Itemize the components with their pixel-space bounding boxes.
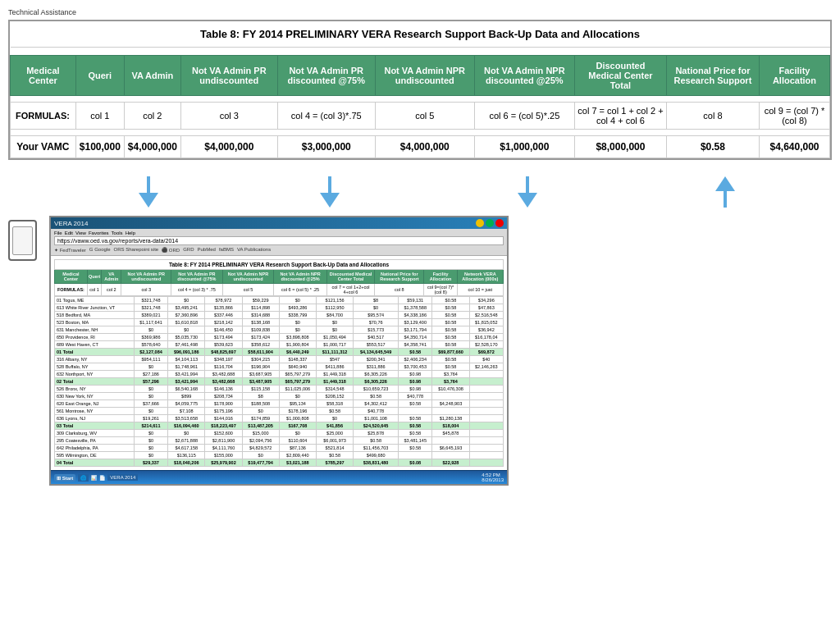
- mini-data-row: 561 Montrose, NY$0$7,108$175,196$0$178,1…: [55, 408, 504, 415]
- formula-row: FORMULAS: col 1 col 2 col 3 col 4 = (col…: [11, 103, 830, 130]
- mini-cell: $144,016: [205, 415, 242, 422]
- mini-cell: $138,168: [242, 319, 279, 326]
- header-discounted-medical-total: Discounted Medical Center Total: [574, 56, 666, 96]
- mini-cell: $25,979,902: [205, 459, 242, 467]
- mini-formula-7: col 8: [375, 284, 424, 296]
- mini-cell: $2,094,756: [242, 437, 279, 445]
- mini-cell: $785,297: [316, 459, 353, 467]
- mini-header-5: Not VA Admin NPR undiscounted: [222, 270, 274, 284]
- mini-cell-empty: [469, 422, 503, 430]
- menu-help[interactable]: Help: [126, 231, 135, 235]
- minimize-btn[interactable]: [476, 219, 484, 227]
- mini-cell: $3,487,905: [242, 378, 279, 386]
- mini-cell: $6,540,168: [168, 386, 205, 393]
- arrow-col4: [320, 176, 340, 208]
- menu-file[interactable]: File: [54, 231, 62, 235]
- mini-cell-empty: [469, 415, 503, 422]
- mini-cell: 528 Buffalo, NY: [55, 363, 135, 371]
- mini-cell: $1,449,318: [316, 378, 353, 386]
- mini-cell: $110,604: [279, 437, 316, 445]
- menu-favorites[interactable]: Favorites: [89, 231, 109, 235]
- your-vamc-col7: $8,000,000: [574, 136, 666, 158]
- mini-formula-0: col 1: [87, 284, 101, 296]
- menu-tools[interactable]: Tools: [112, 231, 123, 235]
- mini-cell: $95,134: [279, 400, 316, 408]
- mini-cell: $0: [279, 430, 316, 437]
- mini-cell: $148,337: [279, 356, 316, 363]
- menu-edit[interactable]: Edit: [65, 231, 73, 235]
- win-titlebar: VERA 2014: [51, 217, 507, 229]
- bookmark-google[interactable]: G Google: [89, 247, 111, 253]
- mini-cell: $1,000,808: [279, 415, 316, 422]
- taskbar-ie[interactable]: 🌐: [78, 474, 89, 482]
- mini-cell: $18,004: [432, 422, 469, 430]
- taskbar-excel[interactable]: 📊: [91, 475, 97, 481]
- mini-cell: $58,318: [316, 400, 353, 408]
- mini-cell: $10,476,308: [432, 386, 469, 393]
- mini-title-row: Table 8: FY 2014 PRELIMINARY VERA Resear…: [55, 260, 504, 270]
- mini-cell: 01 Total: [55, 349, 135, 356]
- mini-cell: $96,091,186: [168, 349, 205, 356]
- mini-cell: $84,700: [316, 312, 353, 319]
- mini-cell: $15,773: [354, 326, 399, 334]
- mini-cell: $338,799: [279, 312, 316, 319]
- mini-cell: $0: [134, 452, 167, 459]
- mini-cell: $38,831,480: [354, 459, 399, 467]
- maximize-btn[interactable]: [486, 219, 494, 227]
- mini-cell: $0.58: [399, 400, 432, 408]
- formula-col2: col 2: [124, 103, 180, 130]
- mini-cell: 636 Lyons, NJ: [55, 415, 135, 422]
- mini-cell: $3,764: [432, 378, 469, 386]
- bookmark-pubmed[interactable]: PubMed: [198, 247, 216, 253]
- mini-cell: $0.58: [432, 297, 469, 304]
- header-not-va-admin-pr-discounted: Not VA Admin PR discounted @75%: [277, 56, 375, 96]
- mini-cell: $0: [134, 430, 167, 437]
- mini-cell: $8: [354, 297, 399, 304]
- taskbar-word[interactable]: 📄: [99, 475, 105, 481]
- mini-cell: $0: [168, 326, 205, 334]
- mini-cell: $136,115: [168, 452, 205, 459]
- bookmark-fedtraveler[interactable]: ✦ FedTraveler: [54, 247, 86, 253]
- mini-cell: $48,825,697: [205, 349, 242, 356]
- mini-cell: $499,680: [354, 452, 399, 459]
- mini-cell: 595 Wilmington, DE: [55, 452, 135, 459]
- mini-cell: $175,196: [205, 408, 242, 415]
- menu-view[interactable]: View: [75, 231, 86, 235]
- mini-cell-empty: [432, 452, 469, 459]
- mini-cell: $3,421,994: [168, 378, 205, 386]
- mini-cell: $0: [134, 386, 167, 393]
- mini-cell: $3,687,905: [242, 371, 279, 378]
- mini-cell: $22,928: [432, 459, 469, 467]
- mini-cell: $0.58: [432, 341, 469, 349]
- mini-cell: $7,360,896: [168, 312, 205, 319]
- mini-cell: $0: [134, 445, 167, 452]
- mini-cell: $25,878: [354, 430, 399, 437]
- mini-cell: $78,972: [205, 297, 242, 304]
- bookmark-grd[interactable]: GRD: [183, 247, 194, 253]
- bookmark-ors-sharepoint[interactable]: ORS Sharepoint site: [113, 247, 158, 253]
- mini-cell: $547: [316, 356, 353, 363]
- mini-data-row: 295 Coatesville, PA$0$2,671,888$2,811,90…: [55, 437, 504, 445]
- taskbar-vera[interactable]: VERA 2014: [107, 474, 138, 481]
- mini-cell: 620 East Orange, NJ: [55, 400, 135, 408]
- mini-cell-empty: [469, 445, 503, 452]
- close-btn[interactable]: [495, 219, 504, 227]
- mini-cell: $3,021,188: [279, 459, 316, 467]
- mini-cell: $40: [469, 356, 503, 363]
- mini-rows-container: 01 Togus, ME$321,748$0$78,972$59,229$0$1…: [54, 296, 504, 467]
- bookmark-fabms[interactable]: faBMS: [219, 247, 234, 253]
- mini-cell: $4,111,760: [205, 445, 242, 452]
- mini-cell: $1,117,641: [134, 319, 167, 326]
- bookmark-ors[interactable]: ⚫ ORD: [162, 247, 180, 253]
- mini-cell: $4,829,572: [242, 445, 279, 452]
- mini-cell: $0.98: [399, 386, 432, 393]
- bookmark-va-publications[interactable]: VA Publications: [237, 247, 271, 253]
- mini-cell: $321,748: [134, 297, 167, 304]
- browser-address-bar[interactable]: https://vaww.oed.va.gov/reports/vera-dat…: [54, 236, 504, 245]
- mini-cell: $58,611,904: [242, 349, 279, 356]
- mini-cell: $3,171,794: [399, 326, 432, 334]
- taskbar-start[interactable]: ⊞ Start: [54, 474, 75, 482]
- mini-cell: $116,704: [205, 363, 242, 371]
- mini-cell: $314,688: [242, 312, 279, 319]
- mini-cell: $70,76: [354, 319, 399, 326]
